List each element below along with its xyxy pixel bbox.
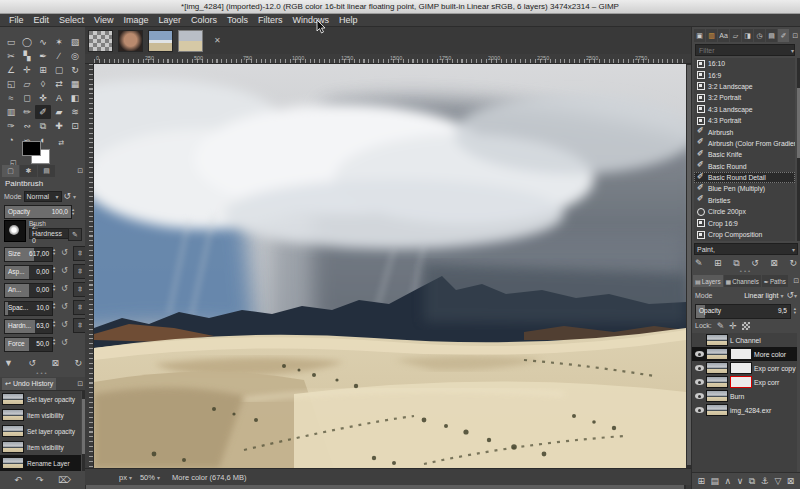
- save-tool-options-button[interactable]: ▼: [4, 357, 13, 369]
- image-tab-checkerboard[interactable]: [88, 30, 113, 52]
- tool-blur-sharpen[interactable]: ◔: [3, 133, 19, 147]
- layer-row[interactable]: More color: [692, 347, 797, 361]
- brush-select[interactable]: 2. Hardness 0: [29, 228, 69, 239]
- layer-mask-thumbnail[interactable]: [730, 348, 752, 360]
- clear-history-button[interactable]: ⌦: [58, 474, 71, 486]
- vertical-ruler[interactable]: [85, 64, 94, 468]
- tool-color-picker[interactable]: ∕: [51, 49, 67, 63]
- tool-preset-item[interactable]: Basic Round: [694, 161, 795, 172]
- tool-preset-item[interactable]: Bristles: [694, 195, 795, 206]
- mode-reset-icon[interactable]: ↺: [64, 190, 72, 202]
- layer-opacity-slider[interactable]: Opacity 9,5: [695, 304, 791, 319]
- option-slider[interactable]: An... 0,00: [4, 283, 53, 298]
- tool-preset-item[interactable]: 3:2 Landscape: [694, 81, 795, 92]
- tool-preset-item[interactable]: Crop Composition: [694, 229, 795, 240]
- tool-text[interactable]: A: [51, 91, 67, 105]
- panel-menu-icon[interactable]: ⊡: [793, 275, 799, 287]
- option-slider[interactable]: Hardn... 63,0: [4, 319, 53, 334]
- undo-history-item[interactable]: Set layer opacity: [0, 423, 81, 439]
- layer-name[interactable]: Exp corr: [754, 379, 779, 386]
- reset-tool-options-button[interactable]: ↻: [74, 357, 82, 369]
- slider-spinner[interactable]: ▴▾: [53, 302, 55, 310]
- option-slider[interactable]: Asp... 0,00: [4, 265, 53, 280]
- redo-button[interactable]: ↷: [36, 474, 44, 486]
- menu-item-layer[interactable]: Layer: [153, 14, 186, 27]
- delete-preset-button[interactable]: ⊠: [770, 257, 778, 269]
- raise-layer-button[interactable]: ∧: [725, 475, 732, 487]
- undo-history-item[interactable]: Set layer opacity: [0, 391, 81, 407]
- layer-name[interactable]: img_4284.exr: [730, 407, 771, 414]
- new-preset-button[interactable]: ⊞: [714, 257, 722, 269]
- undo-history-item[interactable]: Item visibility: [0, 407, 81, 423]
- opacity-slider[interactable]: Opacity 100,0: [4, 205, 72, 219]
- slider-reset-icon[interactable]: ↺: [61, 302, 68, 311]
- tool-paintbrush[interactable]: ✐: [35, 105, 51, 119]
- chevron-down-icon[interactable]: ▾: [73, 193, 76, 200]
- horizontal-scrollbar[interactable]: [85, 485, 686, 489]
- tool-preset-item[interactable]: Airbrush (Color From Gradient): [694, 138, 795, 149]
- lock-pixels-icon[interactable]: ✎: [717, 320, 725, 332]
- tool-eraser[interactable]: ▰: [51, 105, 67, 119]
- slider-reset-icon[interactable]: ↺: [61, 320, 68, 329]
- undo-history-item[interactable]: Item visibility: [0, 439, 81, 455]
- panel-menu-icon[interactable]: ⊡: [77, 378, 83, 390]
- layer-name[interactable]: Burn: [730, 393, 744, 400]
- tool-preset-item[interactable]: Crop 16:9: [694, 217, 795, 228]
- layer-name[interactable]: More color: [754, 351, 786, 358]
- tool-preset-item[interactable]: 4:3 Landscape: [694, 104, 795, 115]
- layer-name[interactable]: L Channel: [730, 337, 761, 344]
- layer-row[interactable]: L Channel: [692, 333, 797, 347]
- tool-cage-transform[interactable]: ▦: [67, 77, 83, 91]
- anchor-layer-button[interactable]: ⚓: [761, 475, 769, 487]
- preset-filter-input[interactable]: [695, 44, 795, 56]
- tool-warp-transform[interactable]: ≈: [3, 91, 19, 105]
- document-history-tab[interactable]: ◷: [754, 29, 765, 42]
- new-group-button[interactable]: ▤: [711, 475, 720, 487]
- fonts-tab[interactable]: Aa: [718, 29, 729, 42]
- mode-dropdown[interactable]: Normal ▾: [24, 191, 62, 202]
- slider-reset-icon[interactable]: ↺: [61, 338, 68, 347]
- tool-crop[interactable]: ▢: [51, 63, 67, 77]
- tab-layers[interactable]: ▤ Layers: [693, 275, 723, 287]
- tool-shear[interactable]: ▱: [19, 77, 35, 91]
- layer-thumbnail[interactable]: [706, 348, 728, 360]
- layer-thumbnail[interactable]: [706, 334, 728, 346]
- menu-item-edit[interactable]: Edit: [29, 14, 55, 27]
- menu-item-colors[interactable]: Colors: [186, 14, 222, 27]
- tool-zoom[interactable]: ◎: [67, 49, 83, 63]
- tool-select-by-color[interactable]: ▧: [67, 35, 83, 49]
- panel-menu-icon[interactable]: ⊡: [792, 30, 798, 42]
- tool-ink[interactable]: ✑: [3, 119, 19, 133]
- new-layer-button[interactable]: ⊞: [698, 475, 706, 487]
- layer-row[interactable]: Exp corr copy: [692, 361, 797, 375]
- menu-item-tools[interactable]: Tools: [222, 14, 253, 27]
- zoom-dropdown[interactable]: 50% ▾: [136, 473, 164, 482]
- buffers-tab[interactable]: ▱: [730, 29, 741, 42]
- edit-brush-icon[interactable]: ✎: [68, 228, 82, 241]
- tool-preset-item[interactable]: 3:2 Portrait: [694, 92, 795, 103]
- tool-align[interactable]: ⊞: [35, 63, 51, 77]
- lock-alpha-icon[interactable]: [742, 322, 750, 330]
- chevron-down-icon[interactable]: ▾: [780, 292, 783, 299]
- visibility-eye-icon[interactable]: [695, 365, 704, 371]
- tool-measure[interactable]: ∠: [3, 63, 19, 77]
- gradients-tab[interactable]: ▥: [706, 29, 717, 42]
- tab-paths[interactable]: ✒ Paths: [762, 275, 788, 287]
- palettes-tab[interactable]: ◨: [742, 29, 753, 42]
- chevron-down-icon[interactable]: ▾: [794, 292, 797, 299]
- tool-presets-tab[interactable]: ✐: [778, 29, 789, 42]
- slider-spinner[interactable]: ▴▾: [53, 284, 55, 292]
- layer-thumbnail[interactable]: [706, 404, 728, 416]
- slider-spinner[interactable]: ▴▾: [53, 320, 55, 328]
- layer-mask-thumbnail[interactable]: [730, 376, 752, 388]
- brush-thumbnail[interactable]: [4, 220, 26, 242]
- horizontal-ruler[interactable]: 0250500750100012501500175020002250250027…: [85, 54, 692, 64]
- tool-move[interactable]: ✛: [19, 63, 35, 77]
- tool-flip[interactable]: ⇄: [51, 77, 67, 91]
- swap-colors-icon[interactable]: ⇄: [58, 139, 64, 147]
- close-image-icon[interactable]: ✕: [214, 36, 221, 45]
- visibility-eye-icon[interactable]: [695, 379, 704, 385]
- layer-row[interactable]: img_4284.exr: [692, 403, 797, 417]
- mode-reset-icon[interactable]: ↺: [786, 289, 794, 301]
- duplicate-preset-button[interactable]: ⧉: [733, 257, 739, 269]
